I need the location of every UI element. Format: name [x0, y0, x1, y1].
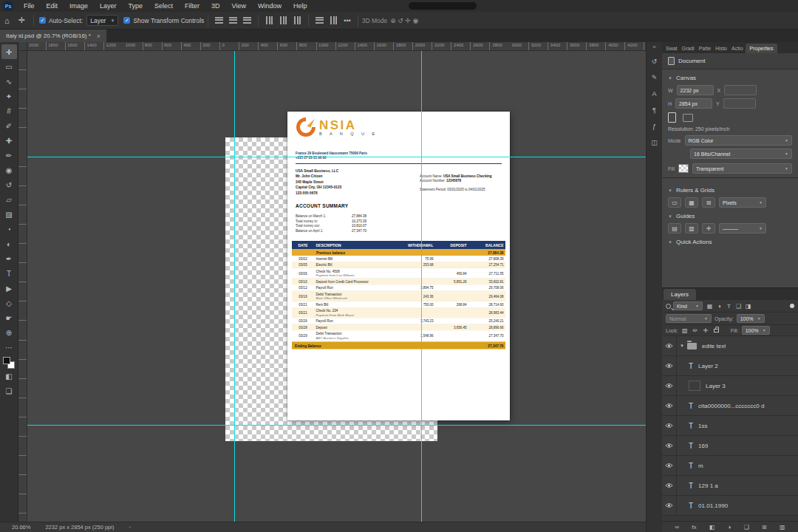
- ruler-origin-corner[interactable]: [18, 42, 27, 51]
- fill-dropdown[interactable]: Transparent▼: [692, 163, 792, 174]
- layer-row[interactable]: ▼ T 1ss: [662, 416, 798, 436]
- portrait-orientation-icon[interactable]: [668, 112, 676, 123]
- guide-layout-icon[interactable]: ▥: [685, 223, 698, 233]
- new-layer-icon[interactable]: ⊞: [762, 524, 767, 531]
- layer-row[interactable]: ▼ T 01.01.1990: [662, 496, 798, 516]
- menu-item[interactable]: View: [226, 0, 252, 12]
- layer-visibility-toggle[interactable]: [662, 376, 677, 395]
- align-left-icon[interactable]: [215, 17, 223, 24]
- delete-layer-icon[interactable]: ▥: [780, 524, 785, 531]
- distribute-vertical-icon[interactable]: [330, 16, 337, 24]
- rulers-grids-section-header[interactable]: ▼Rulers & Grids: [662, 182, 798, 196]
- opacity-field[interactable]: 100%▼: [737, 314, 765, 323]
- crop-tool-icon[interactable]: #: [1, 103, 17, 118]
- menu-item[interactable]: Type: [123, 0, 149, 12]
- tab-properties[interactable]: Properties: [746, 44, 778, 53]
- clone-stamp-tool-icon[interactable]: ◉: [1, 163, 17, 177]
- fill-swatch[interactable]: [678, 164, 689, 173]
- marquee-tool-icon[interactable]: ▭: [1, 59, 17, 74]
- layer-row[interactable]: ▼ edite text: [662, 336, 798, 356]
- bank-statement-document[interactable]: NSIA B A N Q U E France 29 Boulevard Hau…: [287, 112, 510, 420]
- layer-thumbnail[interactable]: T: [689, 402, 693, 410]
- layer-name[interactable]: 1ss: [698, 423, 707, 429]
- eraser-tool-icon[interactable]: ▱: [1, 192, 17, 207]
- expand-panels-icon[interactable]: »: [652, 44, 655, 50]
- toggle-guides-icon[interactable]: ⊞: [702, 197, 715, 208]
- filter-kind-dropdown[interactable]: Kind▼: [673, 301, 703, 310]
- lock-all-icon[interactable]: [714, 329, 719, 332]
- character-panel-icon[interactable]: A: [652, 90, 656, 98]
- layer-row[interactable]: ▼ T cita0000000...ccccccc0 d: [662, 396, 798, 416]
- brush-tool-icon[interactable]: ✏: [1, 148, 17, 163]
- layer-thumbnail[interactable]: T: [689, 422, 693, 430]
- layer-visibility-toggle[interactable]: [662, 456, 677, 475]
- zoom-level-field[interactable]: 20.66%: [12, 524, 30, 531]
- height-field[interactable]: 2854 px: [675, 98, 712, 109]
- magic-wand-tool-icon[interactable]: ✦: [1, 89, 17, 103]
- layer-visibility-toggle[interactable]: [662, 356, 677, 375]
- canvas-pasteboard[interactable]: NSIA B A N Q U E France 29 Boulevard Hau…: [27, 51, 646, 522]
- new-group-icon[interactable]: ❏: [744, 524, 749, 531]
- lasso-tool-icon[interactable]: ∿: [1, 74, 17, 89]
- type-tool-icon[interactable]: T: [1, 266, 17, 281]
- layer-visibility-toggle[interactable]: [662, 416, 677, 435]
- brush-settings-panel-icon[interactable]: ✎: [652, 74, 658, 81]
- layer-row[interactable]: ▼ T 169: [662, 436, 798, 456]
- horizontal-guide[interactable]: [27, 425, 646, 426]
- status-options-chevron[interactable]: ›: [129, 524, 131, 531]
- layer-visibility-toggle[interactable]: [662, 336, 677, 355]
- menu-item[interactable]: Edit: [41, 0, 64, 12]
- landscape-orientation-icon[interactable]: [683, 114, 693, 122]
- layer-name[interactable]: 169: [698, 443, 708, 449]
- layer-filtering-toggle[interactable]: [790, 304, 794, 308]
- layer-name[interactable]: edite text: [702, 343, 726, 349]
- libraries-panel-icon[interactable]: ◫: [651, 139, 658, 146]
- home-icon[interactable]: ⌂: [0, 16, 14, 25]
- menu-item[interactable]: File: [18, 0, 41, 12]
- layer-visibility-toggle[interactable]: [662, 436, 677, 455]
- photoshop-logo-icon[interactable]: Ps: [4, 1, 13, 10]
- healing-brush-tool-icon[interactable]: ✚: [1, 133, 17, 148]
- quick-actions-section-header[interactable]: ▼Quick Actions: [662, 233, 798, 248]
- link-layers-icon[interactable]: ∞: [675, 524, 679, 531]
- vertical-guide[interactable]: [421, 51, 422, 522]
- lock-image-pixels-icon[interactable]: ✏: [692, 327, 699, 334]
- history-panel-icon[interactable]: ↺: [652, 58, 658, 65]
- shape-tool-icon[interactable]: ◇: [1, 296, 17, 310]
- show-transform-controls-checkbox[interactable]: ✓: [123, 17, 130, 24]
- menu-item[interactable]: Window: [252, 0, 287, 12]
- layer-row[interactable]: ▼ Layer 3: [662, 376, 798, 396]
- horizontal-guide[interactable]: [27, 157, 646, 157]
- layer-effects-icon[interactable]: fx: [692, 524, 696, 531]
- distribute-horizontal-icon[interactable]: [316, 17, 324, 24]
- auto-select-checkbox[interactable]: ✓: [39, 17, 46, 24]
- layer-thumbnail[interactable]: [689, 381, 700, 391]
- layer-thumbnail[interactable]: T: [689, 502, 693, 510]
- lock-position-icon[interactable]: ✛: [702, 327, 709, 334]
- blur-tool-icon[interactable]: ◔: [1, 222, 17, 236]
- menu-item[interactable]: Help: [287, 0, 313, 12]
- layer-name[interactable]: Layer 3: [706, 383, 726, 389]
- eyedropper-tool-icon[interactable]: ✐: [1, 118, 17, 133]
- fill-field[interactable]: 100%▼: [742, 326, 770, 335]
- align-middle-icon[interactable]: [280, 16, 287, 24]
- units-dropdown[interactable]: Pixels▼: [719, 197, 766, 208]
- path-selection-tool-icon[interactable]: ▶: [1, 281, 17, 296]
- layer-thumbnail[interactable]: T: [689, 362, 693, 370]
- panel-tab[interactable]: Actio: [729, 44, 746, 53]
- color-swatches[interactable]: [3, 357, 15, 369]
- align-more-options-icon[interactable]: •••: [341, 17, 353, 24]
- zoom-tool-icon[interactable]: ⊕: [1, 325, 17, 340]
- screen-mode-icon[interactable]: ❏: [1, 383, 17, 398]
- dodge-tool-icon[interactable]: ◐: [1, 236, 17, 251]
- pen-tool-icon[interactable]: ✒: [1, 251, 17, 266]
- menu-item[interactable]: 3D: [205, 0, 226, 12]
- color-mode-dropdown[interactable]: RGB Color▼: [685, 135, 792, 146]
- horizontal-ruler[interactable]: 2000180016001400120010008006004002000200…: [27, 42, 646, 51]
- glyphs-panel-icon[interactable]: ƒ: [652, 123, 656, 130]
- gradient-tool-icon[interactable]: ▨: [1, 207, 17, 222]
- filter-adjustment-layers-icon[interactable]: ◑: [715, 303, 724, 310]
- history-brush-tool-icon[interactable]: ↺: [1, 177, 17, 192]
- menu-item[interactable]: Image: [64, 0, 94, 12]
- layer-visibility-toggle[interactable]: [662, 496, 677, 515]
